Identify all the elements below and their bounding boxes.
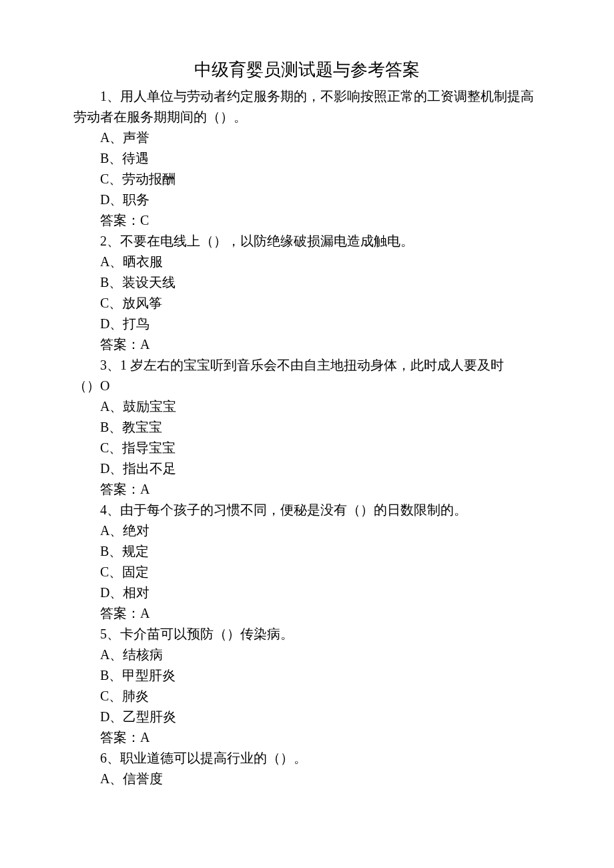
q2-option-c: C、放风筝 [73,293,541,314]
q5-option-d: D、乙型肝炎 [73,707,541,727]
q1-option-b: B、待遇 [73,148,541,169]
q4-option-b: B、规定 [73,541,541,562]
q4-option-c: C、固定 [73,562,541,582]
q5-option-a: A、结核病 [73,644,541,665]
q2-option-d: D、打鸟 [73,314,541,334]
q5-option-c: C、肺炎 [73,686,541,707]
q1-option-d: D、职务 [73,189,541,210]
q2-option-b: B、装设天线 [73,272,541,293]
q2-answer: 答案：A [73,334,541,355]
q2-option-a: A、晒衣服 [73,252,541,272]
q3-option-c: C、指导宝宝 [73,438,541,458]
q3-stem-line1: 3、1 岁左右的宝宝听到音乐会不由自主地扭动身体，此时成人要及时 [73,355,541,376]
q5-stem: 5、卡介苗可以预防（）传染病。 [73,624,541,644]
q5-option-b: B、甲型肝炎 [73,665,541,686]
q4-answer: 答案：A [73,603,541,624]
q2-stem: 2、不要在电线上（），以防绝缘破损漏电造成触电。 [73,231,541,252]
q3-option-a: A、鼓励宝宝 [73,396,541,417]
q5-answer: 答案：A [73,727,541,748]
q6-option-a: A、信誉度 [73,769,541,789]
q4-option-a: A、绝对 [73,520,541,541]
q3-option-d: D、指出不足 [73,458,541,479]
q4-option-d: D、相对 [73,582,541,603]
q4-stem: 4、由于每个孩子的习惯不同，便秘是没有（）的日数限制的。 [73,500,541,520]
q1-answer: 答案：C [73,210,541,231]
q6-stem: 6、职业道德可以提高行业的（）。 [73,748,541,769]
q1-option-a: A、声誉 [73,127,541,148]
q3-stem-line2: （）O [73,376,541,396]
q1-stem: 1、用人单位与劳动者约定服务期的，不影响按照正常的工资调整机制提高劳动者在服务期… [73,86,541,127]
page-title: 中级育婴员测试题与参考答案 [73,57,541,83]
q3-answer: 答案：A [73,479,541,500]
q1-option-c: C、劳动报酬 [73,169,541,189]
q3-option-b: B、教宝宝 [73,417,541,438]
